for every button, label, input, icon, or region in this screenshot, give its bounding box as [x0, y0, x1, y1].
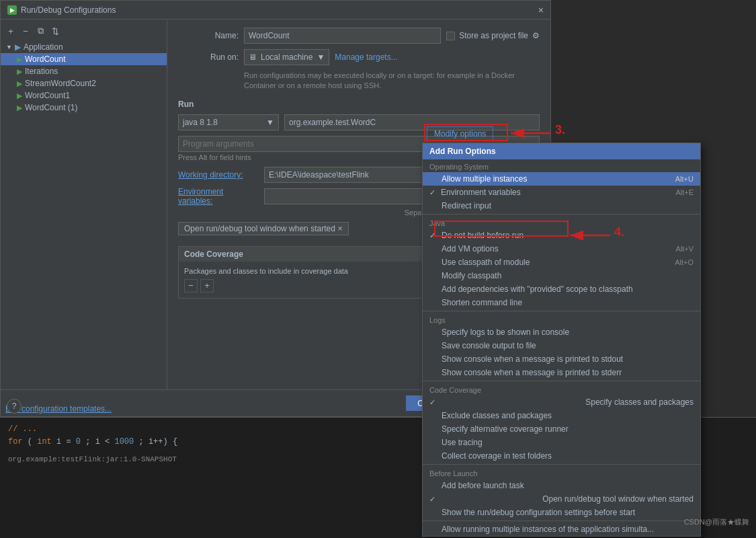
dropdown-item-add-before[interactable]: Add before launch task: [423, 479, 700, 492]
item-left-spc: Specify classes and packages: [585, 397, 694, 407]
item-label-ss: Show the run/debug configuration setting…: [442, 508, 635, 517]
manage-targets-link[interactable]: Manage targets...: [335, 52, 397, 62]
sidebar-item-wordcount1[interactable]: ▶ WordCount1: [1, 89, 167, 102]
section-os-label: Operating System: [423, 159, 700, 172]
dropdown-item-specify-classes[interactable]: Specify classes and packages: [423, 395, 700, 409]
dropdown-arrow-icon: ▼: [317, 52, 325, 62]
item-label-sout: Show console when a message is printed t…: [442, 354, 623, 364]
sidebar-item-wordcount-copy[interactable]: ▶ WordCount (1): [1, 102, 167, 114]
dropdown-item-show-stdout[interactable]: Show console when a message is printed t…: [423, 352, 700, 366]
shortcut-label-2: Alt+E: [675, 188, 694, 196]
divider-4: [423, 464, 700, 465]
dropdown-item-show-settings[interactable]: Show the run/debug configuration setting…: [423, 506, 700, 519]
sidebar-group-label: Application: [24, 42, 63, 52]
item-left-ab: Add before launch task: [429, 481, 524, 490]
item-left-dnb: ✓ Do not build before run: [429, 231, 523, 240]
run-on-select[interactable]: 🖥 Local machine ▼: [244, 49, 329, 65]
item-left-mc: Modify classpath: [429, 271, 501, 280]
coverage-remove-button[interactable]: +: [200, 279, 214, 293]
store-checkbox[interactable]: [446, 32, 455, 40]
dropdown-item-test-folders[interactable]: Collect coverage in test folders: [423, 449, 700, 463]
dropdown-item-show-stderr[interactable]: Show console when a message is printed t…: [423, 366, 700, 379]
check-dnb: ✓: [429, 231, 439, 240]
remove-config-button[interactable]: −: [19, 25, 32, 37]
close-tag-icon[interactable]: ×: [338, 224, 343, 233]
item-label-tf: Collect coverage in test folders: [442, 451, 552, 461]
add-config-button[interactable]: +: [5, 25, 17, 37]
dropdown-item-specify-logs[interactable]: Specify logs to be shown in console: [423, 325, 700, 339]
gear-icon[interactable]: ⚙: [532, 31, 540, 40]
section-before-launch-label: Before Launch: [423, 466, 700, 479]
item-label-otw: Open run/debug tool window when started: [542, 494, 694, 504]
working-dir-label[interactable]: Working directory:: [178, 170, 259, 180]
sidebar-item-streamwordcount[interactable]: ▶ StreamWordCount2: [1, 77, 167, 89]
dialog-title-text: Run/Debug Configurations: [21, 5, 116, 15]
dropdown-item-save-console[interactable]: Save console output to file: [423, 339, 700, 352]
step3-label: 3.: [555, 123, 565, 137]
dropdown-header: Add Run Options: [423, 143, 700, 159]
sort-config-button[interactable]: ⇅: [49, 25, 61, 37]
item-left-cp: Use classpath of module: [429, 258, 530, 267]
open-debug-text: Open run/debug tool window when started: [184, 224, 335, 233]
dropdown-item-open-tool-window[interactable]: Open run/debug tool window when started: [423, 492, 700, 506]
dropdown-item-add-vm[interactable]: Add VM options Alt+V: [423, 242, 700, 256]
sidebar-item-label-4: WordCount1: [25, 91, 70, 100]
dropdown-item-alt-runner[interactable]: Specify alternative coverage runner: [423, 422, 700, 436]
open-debug-tag[interactable]: Open run/debug tool window when started …: [178, 222, 349, 235]
copy-config-button[interactable]: ⧉: [34, 25, 46, 37]
dropdown-item-add-deps[interactable]: Add dependencies with "provided" scope t…: [423, 282, 700, 296]
item-left-sl: Specify logs to be shown in console: [429, 328, 569, 337]
item-left-ad: Add dependencies with "provided" scope t…: [429, 284, 633, 294]
divider-3: [423, 381, 700, 381]
divider-5: [423, 521, 700, 521]
sidebar-item-label-2: Iterations: [25, 67, 58, 76]
item-label: Allow multiple instances: [442, 174, 527, 184]
item-left: Allow multiple instances: [429, 174, 527, 184]
dropdown-item-allow-multiple[interactable]: Allow multiple instances Alt+U: [423, 172, 700, 186]
chevron-down-icon: ▼: [6, 44, 12, 50]
dropdown-item-shorten-cmd[interactable]: Shorten command line: [423, 296, 700, 309]
run-description: Run configurations may be executed local…: [244, 71, 540, 91]
shortcut-vm: Alt+V: [675, 245, 694, 253]
item-left-ami: Allow running multiple instances of the …: [429, 525, 654, 534]
main-class-input[interactable]: [284, 114, 540, 130]
sidebar-item-iterations[interactable]: ▶ Iterations: [1, 65, 167, 77]
env-vars-label[interactable]: Environment variables:: [178, 187, 259, 206]
item-label-ar: Specify alternative coverage runner: [442, 424, 569, 434]
item-label-vm: Add VM options: [442, 244, 499, 254]
name-input[interactable]: [244, 28, 441, 44]
dropdown-item-use-tracing[interactable]: Use tracing: [423, 436, 700, 449]
shortcut-label: Alt+U: [675, 175, 694, 183]
jdk-select[interactable]: java 8 1.8 ▼: [178, 114, 279, 130]
dialog-icon: ▶: [7, 5, 17, 15]
store-label: Store as project file: [459, 31, 528, 40]
run-section-title: Run: [178, 100, 540, 109]
jdk-value: java 8 1.8: [183, 118, 218, 127]
close-button[interactable]: ×: [538, 5, 544, 15]
sidebar-item-wordcount[interactable]: ▶ WordCount: [1, 53, 167, 65]
item-left-sc: Shorten command line: [429, 298, 522, 307]
coverage-add-button[interactable]: −: [184, 279, 198, 293]
dropdown-item-env-vars[interactable]: Environment variables Alt+E: [423, 186, 700, 199]
dropdown-menu: Add Run Options Operating System Allow m…: [422, 143, 701, 537]
item-label-exc: Exclude classes and packages: [442, 411, 552, 420]
item-left-vm: Add VM options: [429, 244, 499, 254]
help-button[interactable]: ?: [7, 399, 22, 414]
sidebar-group-application[interactable]: ▼ ▶ Application: [1, 41, 167, 53]
modify-options-button[interactable]: Modify options: [427, 126, 493, 141]
dropdown-item-classpath-module[interactable]: Use classpath of module Alt+O: [423, 256, 700, 269]
step4-indicator: [563, 225, 617, 247]
item-left-2: Environment variables: [441, 188, 521, 197]
config-icon-5: ▶: [17, 104, 22, 112]
run-on-value: Local machine: [261, 52, 312, 62]
dropdown-item-exclude-classes[interactable]: Exclude classes and packages: [423, 409, 700, 422]
item-left-sco: Save console output to file: [429, 341, 536, 350]
item-label-sc: Shorten command line: [442, 298, 522, 307]
dialog-titlebar: ▶ Run/Debug Configurations ×: [1, 1, 550, 20]
local-machine-icon: 🖥: [249, 52, 257, 62]
dropdown-item-modify-classpath[interactable]: Modify classpath: [423, 269, 700, 282]
dropdown-item-redirect[interactable]: Redirect input: [423, 199, 700, 213]
dropdown-item-do-not-build[interactable]: ✓ Do not build before run: [423, 229, 700, 242]
config-icon-2: ▶: [17, 67, 22, 76]
dropdown-item-allow-multi-instances[interactable]: Allow running multiple instances of the …: [423, 523, 700, 536]
